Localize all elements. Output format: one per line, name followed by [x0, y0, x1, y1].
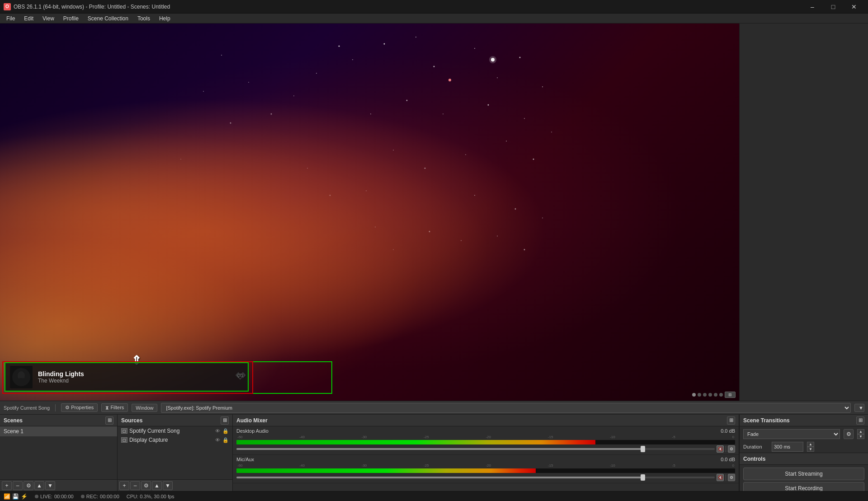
scenes-settings-btn[interactable]: ⚙	[24, 481, 33, 490]
preview-dot-6	[719, 393, 723, 397]
spotify-overlay: Blinding Lights The Weeknd ♡	[5, 362, 249, 392]
sources-add-btn[interactable]: +	[119, 481, 129, 490]
titlebar-controls[interactable]: – □ ✕	[802, 0, 864, 14]
close-button[interactable]: ✕	[844, 0, 864, 14]
spotify-info: Blinding Lights The Weeknd	[38, 370, 231, 384]
scale-mark: -15	[548, 435, 553, 439]
desktop-vol-row: 🔇 ⚙	[236, 445, 735, 453]
duration-input[interactable]	[772, 442, 803, 452]
transitions-expand-btn[interactable]: ⊞	[856, 416, 864, 425]
menu-item-edit[interactable]: Edit	[19, 14, 38, 23]
sources-up-btn[interactable]: ▲	[152, 481, 162, 490]
scale-mark: -10	[610, 435, 615, 439]
source-lock-btn-2[interactable]: 🔒	[222, 437, 229, 443]
bottom-panels: Scenes ⊞ Scene 1 + – ⚙ ▲ ▼ Sources	[0, 414, 868, 491]
desktop-fill	[236, 448, 643, 450]
source-visible-btn-1[interactable]: 👁	[214, 428, 221, 434]
cpu-label: CPU: 0.3%, 30.00 fps	[127, 494, 175, 499]
scenes-header-actions: ⊞	[105, 416, 113, 425]
scenes-add-btn[interactable]: +	[2, 481, 12, 490]
audio-header-actions: ⊞	[727, 416, 735, 425]
spotify-source-label: Spotify Current Song	[4, 405, 50, 411]
song-title: Blinding Lights	[38, 370, 231, 378]
sources-remove-btn[interactable]: –	[130, 481, 140, 490]
transitions-title: Scene Transitions	[743, 417, 790, 424]
menu-item-file[interactable]: File	[2, 14, 19, 23]
scenes-expand-btn[interactable]: ⊞	[105, 416, 113, 425]
maximize-button[interactable]: □	[823, 0, 844, 14]
titlebar: O OBS 26.1.1 (64-bit, windows) - Profile…	[0, 0, 868, 14]
window-source-select[interactable]: [Spotify.exe]: Spotify Premium	[161, 403, 851, 413]
menu-item-help[interactable]: Help	[155, 14, 175, 23]
preview-zoom[interactable]: ⊞	[725, 392, 736, 398]
window-tab[interactable]: Window	[132, 404, 157, 412]
sources-settings-btn[interactable]: ⚙	[141, 481, 151, 490]
minimize-button[interactable]: –	[802, 0, 823, 14]
start-streaming-label: Start Streaming	[785, 471, 822, 477]
mic-settings-btn[interactable]: ⚙	[728, 474, 735, 481]
mic-thumb[interactable]	[641, 474, 645, 481]
sources-header-actions: ⊞	[221, 416, 229, 425]
source-type-icon-1: ▢	[121, 428, 127, 434]
transitions-spinner-down[interactable]: ▼	[857, 434, 864, 439]
filters-label: Filters	[110, 405, 124, 410]
divider	[726, 446, 726, 452]
desktop-settings-btn[interactable]: ⚙	[728, 445, 735, 453]
menu-item-tools[interactable]: Tools	[133, 14, 155, 23]
desktop-thumb[interactable]	[641, 446, 645, 452]
mic-vol-slider[interactable]	[236, 474, 715, 481]
desktop-audio-fill	[236, 440, 595, 444]
sources-expand-btn[interactable]: ⊞	[221, 416, 229, 425]
menu-item-profile[interactable]: Profile	[59, 14, 83, 23]
sources-down-btn[interactable]: ▼	[163, 481, 173, 490]
scenes-remove-btn[interactable]: –	[13, 481, 23, 490]
rec-label: REC:	[86, 494, 98, 499]
transitions-type-select[interactable]: Fade	[743, 429, 840, 439]
mic-audio-db: 0.0 dB	[721, 457, 735, 462]
menu-item-scene-collection[interactable]: Scene Collection	[83, 14, 133, 23]
scale-mark: -5	[672, 435, 675, 439]
preview-dot-1	[692, 393, 696, 397]
scale-mark: -30	[362, 435, 367, 439]
scene-item[interactable]: Scene 1	[0, 426, 117, 436]
mic-mute-btn[interactable]: 🔇	[717, 474, 724, 481]
top-section: ⇕ ⇔ Blinding	[0, 24, 868, 401]
scale-mark: -20	[486, 435, 491, 439]
scale-mark: 0	[732, 463, 734, 468]
source-item-display[interactable]: ▢ Display Capture 👁 🔒	[118, 435, 232, 444]
transitions-spinner-up[interactable]: ▲	[857, 429, 864, 434]
transitions-header-actions: ⊞	[856, 416, 864, 425]
transitions-settings-btn[interactable]: ⚙	[844, 429, 854, 439]
preview-dot-2	[698, 393, 701, 397]
duration-spinner-up[interactable]: ▲	[807, 442, 814, 447]
duration-spinner-down[interactable]: ▼	[807, 447, 814, 452]
scenes-up-btn[interactable]: ▲	[34, 481, 44, 490]
source-lock-btn-1[interactable]: 🔒	[222, 428, 229, 434]
start-streaming-button[interactable]: Start Streaming	[743, 468, 864, 480]
source-item-spotify[interactable]: ▢ Spotify Current Song 👁 🔒	[118, 426, 232, 435]
song-artist: The Weeknd	[38, 378, 231, 384]
desktop-vol-slider[interactable]	[236, 445, 715, 453]
filters-tab[interactable]: ⧗ Filters	[101, 403, 128, 412]
window-dropdown-btn[interactable]: ▼	[854, 404, 864, 412]
preview-gradient	[0, 24, 739, 401]
scenes-title: Scenes	[4, 417, 23, 424]
window-label: Window	[136, 405, 153, 411]
menu-item-view[interactable]: View	[38, 14, 59, 23]
status-icons: 📶 💾 ⚡	[4, 493, 28, 500]
live-dot	[35, 495, 38, 498]
audio-mixer-panel: Audio Mixer ⊞ Desktop Audio 0.0 dB -60 -…	[233, 415, 739, 491]
source-visible-btn-2[interactable]: 👁	[214, 437, 221, 443]
source-label-1: Spotify Current Song	[129, 428, 212, 434]
desktop-mute-btn[interactable]: 🔇	[717, 445, 724, 453]
source-label-2: Display Capture	[129, 437, 212, 443]
audio-expand-btn[interactable]: ⊞	[727, 416, 735, 425]
desktop-audio-meter	[236, 440, 735, 444]
rec-time: 00:00:00	[100, 494, 119, 499]
properties-tab[interactable]: ⚙ Properties	[61, 403, 98, 412]
scenes-panel-header: Scenes ⊞	[0, 415, 117, 426]
scale-mark: -60	[237, 435, 243, 439]
heart-icon[interactable]: ♡	[237, 373, 243, 381]
properties-icon: ⚙	[65, 405, 70, 410]
scenes-down-btn[interactable]: ▼	[45, 481, 55, 490]
